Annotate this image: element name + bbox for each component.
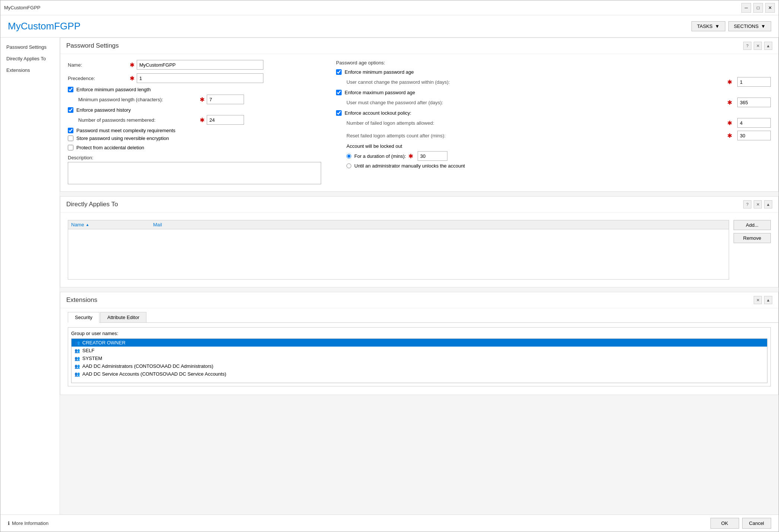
duration-required: ✱ [408, 153, 413, 160]
protect-deletion-checkbox[interactable] [68, 145, 73, 150]
extensions-close-btn[interactable]: ✕ [754, 296, 762, 304]
password-age-title: Password age options: [336, 60, 771, 66]
directly-close-btn[interactable]: ✕ [754, 200, 762, 208]
reversible-row: Store password using reversible encrypti… [68, 136, 321, 141]
directly-applies-section: Directly Applies To ? ✕ ▲ Name ▲ [60, 196, 779, 287]
reset-count-label: Reset failed logon attempts count after … [346, 133, 722, 138]
failed-attempts-label: Number of failed logon attempts allowed: [346, 120, 722, 126]
app-name-titlebar: MyCustomFGPP [4, 5, 41, 10]
history-count-input[interactable] [207, 115, 244, 125]
min-age-input[interactable] [737, 77, 771, 87]
col-mail[interactable]: Mail [153, 222, 228, 227]
protect-deletion-row: Protect from accidental deletion [68, 145, 321, 150]
info-icon: ℹ [8, 520, 10, 526]
duration-input[interactable] [418, 151, 447, 161]
enforce-min-length-checkbox[interactable] [68, 87, 73, 92]
cancel-button[interactable]: Cancel [742, 518, 771, 529]
name-label: Name: [68, 62, 127, 68]
more-info[interactable]: ℹ More Information [8, 520, 48, 526]
tab-attribute-editor[interactable]: Attribute Editor [100, 312, 146, 322]
directly-applies-controls: ? ✕ ▲ [743, 200, 772, 208]
user-icon-system: 👥 [75, 356, 80, 361]
close-section-btn[interactable]: ✕ [754, 42, 762, 50]
applies-table-header: Name ▲ Mail [68, 220, 729, 229]
group-box: Group or user names: 👥 CREATOR OWNER 👥 S… [68, 327, 771, 386]
name-input[interactable] [137, 60, 263, 70]
extensions-body: Security Attribute Editor Group or user … [60, 308, 778, 395]
user-item-system[interactable]: 👥 SYSTEM [72, 354, 767, 362]
user-icon-aad-dc-admin: 👥 [75, 364, 80, 369]
manually-label: Until an administrator manually unlocks … [354, 163, 465, 169]
protect-deletion-label: Protect from accidental deletion [76, 145, 144, 150]
password-settings-title: Password Settings [66, 42, 119, 50]
collapse-section-btn[interactable]: ▲ [764, 42, 772, 50]
content-area: Password Settings ? ✕ ▲ Name: [60, 38, 779, 515]
bottom-buttons: OK Cancel [710, 518, 771, 529]
enforce-history-checkbox[interactable] [68, 107, 73, 113]
complexity-checkbox[interactable] [68, 128, 73, 133]
min-length-input[interactable] [207, 95, 244, 104]
enforce-history-label: Enforce password history [76, 107, 131, 113]
description-section: Description: [68, 155, 321, 185]
help-icon-btn[interactable]: ? [743, 42, 751, 50]
enforce-max-age-label: Enforce maximum password age [345, 90, 415, 95]
extensions-controls: ✕ ▲ [754, 296, 772, 304]
reversible-checkbox[interactable] [68, 136, 73, 141]
col-name[interactable]: Name ▲ [71, 222, 153, 227]
window-controls: ─ □ ✕ [741, 3, 775, 13]
directly-applies-body: Name ▲ Mail Add... Remove [60, 213, 778, 287]
user-item-aad-dc-service[interactable]: 👥 AAD DC Service Accounts (CONTOSO\AAD D… [72, 370, 767, 378]
sidebar-item-password-settings[interactable]: Password Settings [0, 41, 60, 53]
manual-unlock-row: Until an administrator manually unlocks … [346, 163, 771, 169]
complexity-row: Password must meet complexity requiremen… [68, 128, 321, 133]
add-button[interactable]: Add... [734, 220, 771, 230]
failed-attempts-sub: Number of failed logon attempts allowed:… [346, 118, 771, 128]
account-locked-title: Account will be locked out [346, 143, 771, 149]
min-age-sub: User cannot change the password within (… [346, 77, 771, 87]
precedence-input[interactable] [137, 73, 263, 83]
directly-applies-content: Name ▲ Mail Add... Remove [68, 216, 771, 283]
user-list: 👥 CREATOR OWNER 👥 SELF 👥 SYSTEM [71, 338, 767, 383]
name-required: ✱ [130, 61, 134, 69]
ok-button[interactable]: OK [710, 518, 739, 529]
directly-collapse-btn[interactable]: ▲ [764, 200, 772, 208]
duration-row: For a duration of (mins): ✱ [346, 151, 771, 161]
close-button[interactable]: ✕ [765, 3, 775, 13]
enforce-min-age-checkbox[interactable] [336, 69, 342, 75]
enforce-min-length-label: Enforce minimum password length [76, 87, 151, 92]
user-item-creator-owner[interactable]: 👥 CREATOR OWNER [72, 339, 767, 347]
extensions-collapse-btn[interactable]: ▲ [764, 296, 772, 304]
sections-chevron-icon: ▼ [761, 23, 766, 29]
enforce-history-row: Enforce password history [68, 107, 321, 113]
duration-radio[interactable] [346, 154, 351, 159]
enforce-max-age-checkbox[interactable] [336, 90, 342, 95]
reset-count-input[interactable] [737, 131, 771, 140]
directly-help-btn[interactable]: ? [743, 200, 751, 208]
sidebar-item-directly-applies-to[interactable]: Directly Applies To [0, 53, 60, 64]
tab-security[interactable]: Security [68, 312, 99, 323]
failed-attempts-required: ✱ [727, 120, 732, 127]
description-textarea[interactable] [68, 162, 321, 184]
extensions-section: Extensions ✕ ▲ Security Attribute Editor [60, 292, 779, 395]
maximize-button[interactable]: □ [753, 3, 763, 13]
group-label: Group or user names: [71, 331, 767, 336]
remove-button[interactable]: Remove [734, 233, 771, 243]
max-age-input[interactable] [737, 98, 771, 107]
sidebar-item-extensions[interactable]: Extensions [0, 64, 60, 76]
min-length-sub: Minimum password length (characters): ✱ [78, 95, 321, 104]
table-actions: Add... Remove [734, 220, 771, 243]
tasks-button[interactable]: TASKS ▼ [691, 21, 725, 31]
manual-unlock-radio[interactable] [346, 163, 351, 168]
minimize-button[interactable]: ─ [741, 3, 751, 13]
max-age-desc: User must change the password after (day… [346, 100, 722, 105]
user-item-aad-dc-admin[interactable]: 👥 AAD DC Administrators (CONTOSO\AAD DC … [72, 362, 767, 370]
enforce-lockout-checkbox[interactable] [336, 110, 342, 116]
col-right: Password age options: Enforce minimum pa… [336, 60, 771, 185]
sections-button[interactable]: SECTIONS ▼ [728, 21, 771, 31]
titlebar: MyCustomFGPP ─ □ ✕ [0, 0, 779, 15]
failed-attempts-input[interactable] [737, 118, 771, 128]
enforce-lockout-label: Enforce account lockout policy: [345, 110, 411, 116]
user-item-self[interactable]: 👥 SELF [72, 347, 767, 354]
history-required: ✱ [200, 117, 205, 124]
enforce-min-age-label: Enforce minimum password age [345, 69, 414, 75]
